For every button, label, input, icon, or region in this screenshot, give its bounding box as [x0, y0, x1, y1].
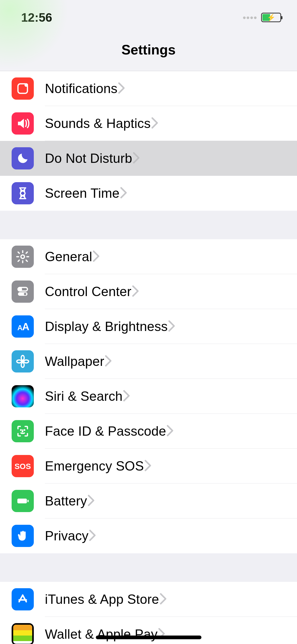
row-label: Sounds & Haptics: [45, 116, 151, 131]
settings-list: NotificationsSounds & HapticsDo Not Dist…: [0, 71, 297, 644]
row-content: Notifications: [45, 71, 297, 106]
row-wallet-apple-pay[interactable]: Wallet & Apple Pay: [0, 617, 297, 644]
row-content: Battery: [45, 484, 297, 518]
chevron-right-icon: [122, 390, 130, 403]
svg-point-2: [21, 255, 25, 259]
row-content: Screen Time: [45, 176, 297, 211]
row-do-not-disturb[interactable]: Do Not Disturb: [0, 141, 297, 176]
row-siri-search[interactable]: Siri & Search: [0, 379, 297, 414]
row-label: Face ID & Passcode: [45, 424, 166, 439]
chevron-right-icon: [166, 425, 174, 438]
svg-point-10: [21, 356, 24, 360]
row-content: Emergency SOS: [45, 449, 297, 484]
chevron-right-icon: [168, 320, 176, 333]
chevron-right-icon: [151, 117, 159, 130]
notifications-icon: [12, 77, 34, 100]
row-label: Control Center: [45, 284, 131, 299]
svg-text:A: A: [17, 324, 23, 332]
svg-point-1: [25, 83, 28, 87]
chevron-right-icon: [159, 593, 167, 606]
row-battery[interactable]: Battery: [0, 484, 297, 518]
chevron-right-icon: [117, 82, 125, 95]
row-label: Do Not Disturb: [45, 151, 132, 166]
status-bar: 12:56 •••• ⚡: [0, 0, 297, 35]
svg-point-14: [21, 430, 21, 430]
hand-icon: [12, 525, 34, 547]
row-content: Privacy: [45, 518, 297, 553]
row-label: Display & Brightness: [45, 319, 168, 334]
row-display-brightness[interactable]: AADisplay & Brightness: [0, 309, 297, 344]
row-label: Screen Time: [45, 186, 120, 201]
hourglass-icon: [12, 182, 34, 204]
group-separator: [0, 211, 297, 239]
svg-text:A: A: [22, 321, 30, 332]
group-separator: [0, 553, 297, 582]
page-title: Settings: [0, 35, 297, 71]
svg-point-13: [24, 360, 29, 363]
row-label: Emergency SOS: [45, 458, 144, 474]
row-wallpaper[interactable]: Wallpaper: [0, 344, 297, 379]
status-time: 12:56: [21, 10, 52, 25]
toggles-icon: [12, 280, 34, 303]
row-notifications[interactable]: Notifications: [0, 71, 297, 106]
gear-icon: [12, 246, 34, 268]
row-control-center[interactable]: Control Center: [0, 274, 297, 309]
wallet-icon: [12, 623, 34, 644]
row-content: Sounds & Haptics: [45, 106, 297, 141]
row-content: Do Not Disturb: [45, 141, 297, 176]
faceid-icon: [12, 420, 34, 442]
row-content: Wallpaper: [45, 344, 297, 379]
row-content: Display & Brightness: [45, 309, 297, 344]
row-sounds-haptics[interactable]: Sounds & Haptics: [0, 106, 297, 141]
svg-point-15: [24, 430, 25, 430]
home-indicator: [96, 636, 201, 639]
settings-group: NotificationsSounds & HapticsDo Not Dist…: [0, 71, 297, 211]
svg-rect-17: [17, 499, 27, 503]
flower-icon: [12, 350, 34, 372]
chevron-right-icon: [132, 152, 140, 165]
row-content: iTunes & App Store: [45, 582, 297, 617]
signal-dots-icon: ••••: [243, 12, 257, 23]
moon-icon: [12, 147, 34, 169]
svg-rect-18: [27, 500, 29, 502]
row-screen-time[interactable]: Screen Time: [0, 176, 297, 211]
svg-point-11: [21, 363, 24, 367]
row-content: General: [45, 239, 297, 274]
row-faceid-passcode[interactable]: Face ID & Passcode: [0, 414, 297, 449]
chevron-right-icon: [144, 459, 152, 473]
row-content: Wallet & Apple Pay: [45, 617, 297, 644]
siri-icon: [12, 385, 34, 407]
row-general[interactable]: General: [0, 239, 297, 274]
settings-group: iTunes & App StoreWallet & Apple Pay: [0, 582, 297, 644]
row-privacy[interactable]: Privacy: [0, 518, 297, 553]
svg-point-12: [17, 360, 22, 363]
row-itunes-app-store[interactable]: iTunes & App Store: [0, 582, 297, 617]
appstore-icon: [12, 588, 34, 610]
chevron-right-icon: [87, 494, 95, 508]
row-label: Battery: [45, 493, 87, 509]
row-content: Face ID & Passcode: [45, 414, 297, 449]
sounds-icon: [12, 112, 34, 135]
row-label: Notifications: [45, 81, 117, 96]
svg-point-6: [24, 293, 26, 295]
text-size-icon: AA: [12, 315, 34, 338]
row-content: Control Center: [45, 274, 297, 309]
sos-icon: SOS: [12, 455, 34, 477]
chevron-right-icon: [88, 529, 96, 542]
status-right: •••• ⚡: [243, 12, 281, 23]
chevron-right-icon: [120, 187, 128, 200]
chevron-right-icon: [131, 285, 139, 298]
row-label: Wallet & Apple Pay: [45, 627, 158, 642]
row-content: Siri & Search: [45, 379, 297, 414]
row-label: Wallpaper: [45, 354, 104, 369]
row-label: Privacy: [45, 528, 88, 544]
row-label: Siri & Search: [45, 389, 122, 404]
row-emergency-sos[interactable]: SOSEmergency SOS: [0, 449, 297, 484]
battery-icon: ⚡: [261, 13, 281, 22]
settings-group: GeneralControl CenterAADisplay & Brightn…: [0, 239, 297, 553]
svg-text:SOS: SOS: [15, 462, 31, 471]
chevron-right-icon: [104, 355, 112, 368]
chevron-right-icon: [92, 250, 100, 263]
row-label: General: [45, 249, 92, 264]
battery-icon: [12, 490, 34, 512]
